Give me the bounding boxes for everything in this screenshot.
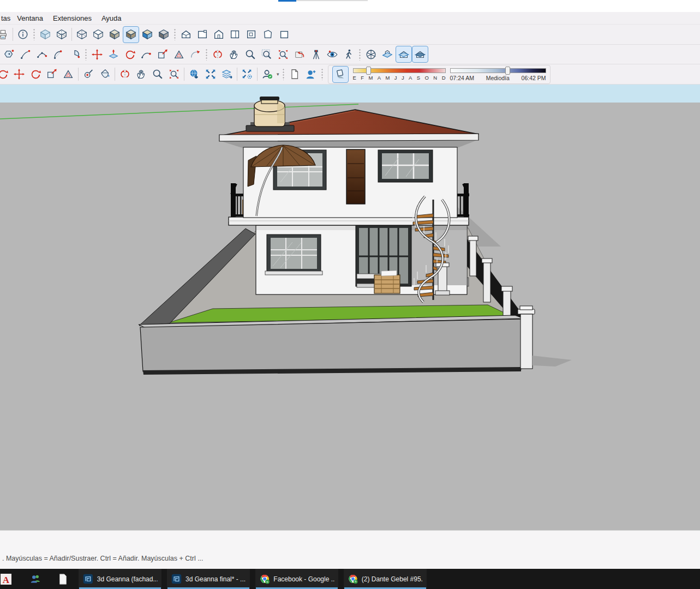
tool-pie-tool-button[interactable]: [67, 46, 83, 63]
sketchup-model-canvas[interactable]: [0, 85, 700, 530]
tool-flip-along-button[interactable]: [117, 66, 133, 83]
menu-item-extensiones[interactable]: Extensiones: [53, 14, 92, 22]
tool-style-xray-button[interactable]: [37, 26, 53, 43]
tool-move-button[interactable]: [11, 66, 27, 83]
date-slider-handle[interactable]: [366, 67, 371, 75]
tool-view-right-button[interactable]: [227, 26, 243, 43]
printer-icon: [0, 28, 9, 40]
tool-zoom-button[interactable]: [242, 46, 259, 63]
tool-scale-button[interactable]: [154, 46, 171, 63]
tool-push-pull-button[interactable]: [105, 46, 122, 63]
month-label: N: [433, 75, 437, 81]
shadow-time-slider[interactable]: 07:24 AMMediodía06:42 PM: [450, 66, 546, 83]
tool-previous-view-button[interactable]: [291, 46, 308, 63]
tool-arc-tool-button[interactable]: [50, 46, 67, 63]
taskbar-task-3[interactable]: hFacebook - Google ...: [255, 569, 338, 589]
tool-arc-3pt-button[interactable]: [34, 46, 50, 63]
tool-section-cuts-button[interactable]: [396, 46, 412, 63]
menu-item-ayuda[interactable]: Ayuda: [101, 14, 122, 22]
taskbar-task-2[interactable]: 3d Geanna final* - ...: [167, 569, 250, 589]
document-taskbar-icon[interactable]: [57, 573, 69, 585]
tool-rotate-button[interactable]: [0, 66, 11, 83]
tool-zoom-extents-button[interactable]: [275, 46, 291, 63]
view-front-icon: [213, 28, 225, 40]
account-dropdown-caret[interactable]: ▾: [277, 71, 279, 77]
autocad-taskbar-icon[interactable]: A: [0, 573, 13, 586]
new-document-icon: [289, 68, 301, 80]
tool-rotate-button[interactable]: [27, 66, 44, 83]
tool-style-shaded-button[interactable]: [106, 26, 123, 43]
toolbar-separator: [78, 68, 79, 81]
tool-style-back-edges-button[interactable]: [53, 26, 70, 43]
tool-paint-bucket-button[interactable]: [97, 66, 113, 83]
3d-viewport[interactable]: [0, 85, 700, 530]
tool-bim-x-gear-button[interactable]: [239, 66, 255, 83]
tool-pan-button[interactable]: [133, 66, 149, 83]
tool-section-fill-button[interactable]: [412, 46, 428, 63]
tool-walk-button[interactable]: [340, 46, 357, 63]
tool-pan-button[interactable]: [226, 46, 242, 63]
tool-offset-button[interactable]: [171, 46, 187, 63]
tool-view-left-button[interactable]: [260, 26, 276, 43]
tool-offset-button[interactable]: [60, 66, 76, 83]
tool-style-wireframe-button[interactable]: [74, 26, 90, 43]
tool-arc-2pt-button[interactable]: [17, 46, 34, 63]
tool-position-camera-button[interactable]: [308, 46, 324, 63]
month-label: M: [368, 75, 373, 81]
flip-along-icon: [119, 68, 131, 80]
tool-zoom-extents-button[interactable]: [166, 66, 182, 83]
tool-zoom-window-button[interactable]: [259, 46, 275, 63]
tool-printer-button[interactable]: [0, 26, 11, 43]
time-label: Mediodía: [486, 75, 510, 81]
tool-axes-tool-button[interactable]: [363, 46, 379, 63]
time-slider-track[interactable]: [450, 68, 546, 73]
tool-arc-modify-button[interactable]: [187, 46, 204, 63]
menu-item-tas[interactable]: tas: [1, 14, 10, 22]
menu-item-ventana[interactable]: Ventana: [17, 14, 43, 22]
tool-bim-sphere-button[interactable]: [186, 66, 202, 83]
month-label: J: [394, 75, 397, 81]
tool-new-document-button[interactable]: [286, 66, 303, 83]
style-watermark-icon: [141, 28, 153, 40]
tool-add-person-button[interactable]: [303, 66, 319, 83]
tool-account-button[interactable]: [259, 66, 276, 83]
tool-info-button[interactable]: [15, 26, 31, 43]
tool-style-hidden-line-button[interactable]: [90, 26, 106, 43]
tool-move-button[interactable]: [89, 46, 105, 63]
toolbar-grip: [85, 49, 87, 61]
rotate-icon: [124, 49, 136, 61]
polygon-tool-icon: [3, 49, 15, 61]
tool-follow-me-button[interactable]: [138, 46, 154, 63]
tool-style-textured-button[interactable]: [123, 26, 139, 43]
shadow-date-slider[interactable]: EFMAMJJASOND: [353, 66, 446, 83]
tool-bim-x-button[interactable]: [202, 66, 219, 83]
offset-icon: [62, 68, 74, 80]
tool-scale-button[interactable]: [44, 66, 60, 83]
tool-view-iso-button[interactable]: [178, 26, 194, 43]
toolbar-grip: [33, 28, 35, 40]
tool-sample-button[interactable]: [80, 66, 97, 83]
taskbar-task-1[interactable]: 3d Geanna (fachad...: [79, 569, 161, 589]
time-slider-handle[interactable]: [505, 67, 510, 75]
tool-zoom-button[interactable]: [149, 66, 166, 83]
tool-polygon-tool-button[interactable]: [1, 46, 17, 63]
tool-view-bottom-button[interactable]: [276, 26, 292, 43]
tool-bim-layers-button[interactable]: [219, 66, 235, 83]
taskbar-task-4[interactable]: h(2) Dante Gebel #95...: [344, 569, 427, 589]
tool-style-monochrome-button[interactable]: [155, 26, 172, 43]
tool-style-watermark-button[interactable]: [139, 26, 155, 43]
rotate-icon: [29, 68, 41, 80]
status-bar: . Mayúsculas = Añadir/Sustraer. Ctrl = A…: [0, 530, 700, 569]
follow-me-icon: [140, 49, 152, 61]
tool-rotate-button[interactable]: [122, 46, 138, 63]
tool-view-top-button[interactable]: [194, 26, 211, 43]
tool-view-front-button[interactable]: [211, 26, 227, 43]
tool-section-plane-button[interactable]: [379, 46, 396, 63]
tool-flip-along-button[interactable]: [210, 46, 226, 63]
time-label: 06:42 PM: [522, 75, 546, 81]
people-taskbar-icon[interactable]: [29, 573, 41, 585]
tool-view-back-button[interactable]: [243, 26, 260, 43]
tool-look-around-button[interactable]: [324, 46, 340, 63]
document-icon: [57, 573, 69, 585]
shadow-toggle-button[interactable]: [332, 66, 349, 83]
